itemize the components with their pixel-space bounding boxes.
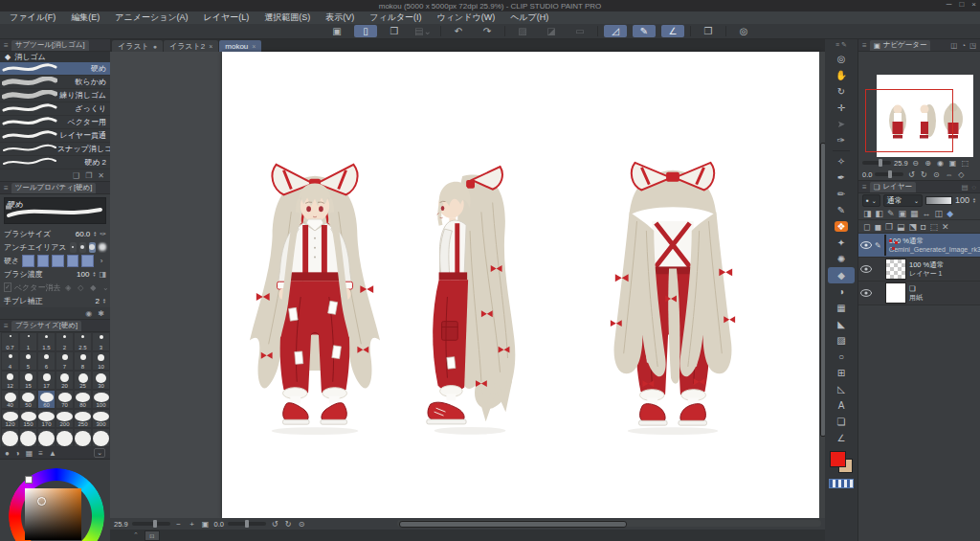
clip-to-layer-icon[interactable]: ◨	[863, 209, 872, 218]
frame-tool[interactable]: ⊞	[828, 365, 855, 381]
layer-name[interactable]: レイヤー 1	[909, 269, 944, 278]
reset-rotation-button[interactable]: ⊙	[297, 520, 306, 529]
layer-property-tab-icon[interactable]: ▤	[961, 183, 968, 192]
hardness-step[interactable]	[81, 255, 94, 267]
menu-item[interactable]: 表示(V)	[325, 11, 354, 24]
brush-size-cell[interactable]: 1.5	[37, 332, 56, 351]
layer-thumbnail[interactable]	[884, 235, 886, 256]
deselect-button[interactable]: ▨	[511, 25, 534, 37]
subview-tab-icon[interactable]: ◫	[950, 41, 957, 50]
navigator-rotation-slider[interactable]	[875, 172, 903, 176]
navigator-zoom-slider[interactable]	[862, 161, 891, 165]
brush-size-cell[interactable]: 3	[92, 332, 110, 351]
close-button[interactable]: ×	[971, 0, 976, 9]
horizontal-scrollbar[interactable]	[397, 520, 821, 527]
rotate-reset-button[interactable]: ◎	[732, 25, 755, 37]
rotate-left-icon[interactable]: ↺	[906, 170, 916, 179]
main-color-swatch[interactable]	[830, 451, 846, 467]
navigator-preview-area[interactable]	[858, 52, 980, 157]
sparkle-tool[interactable]: ✦	[828, 235, 855, 251]
spinner[interactable]: ▲▼	[93, 231, 97, 237]
snap-grid-button[interactable]: ∠	[661, 25, 684, 37]
layer-thumbnail[interactable]	[885, 259, 906, 280]
hue-marker[interactable]	[25, 476, 33, 484]
gradient-tool[interactable]: ▨	[828, 332, 855, 349]
toolbar-button[interactable]	[440, 26, 441, 36]
brush-size-cell[interactable]: 2	[56, 332, 74, 351]
clip-studio-button[interactable]: ▣	[325, 25, 348, 37]
brush-size-cell[interactable]: 150	[19, 409, 37, 428]
delete-layer-icon[interactable]: ✕	[942, 222, 949, 232]
quick-access-tab-icon[interactable]: ◔	[961, 41, 966, 50]
transfer-layer-icon[interactable]: ⬓	[897, 222, 905, 232]
antialias-weak-button[interactable]	[79, 242, 86, 253]
set-ruler-icon[interactable]: ▦	[910, 209, 919, 218]
subtool-item[interactable]: 軟らかめ	[0, 76, 110, 89]
layer-visible-icon[interactable]	[860, 265, 872, 273]
brush-size-cell[interactable]: 30	[92, 371, 110, 390]
reference-button[interactable]: ❐	[697, 25, 720, 37]
menu-item[interactable]: アニメーション(A)	[115, 11, 188, 24]
brush-preview[interactable]: 硬め	[4, 197, 106, 224]
color-mixer-tab-icon[interactable]: ▲	[49, 449, 56, 458]
minimize-button[interactable]: ─	[947, 0, 952, 9]
antialias-middle-button[interactable]	[89, 242, 96, 253]
brush-size-cell[interactable]: 17	[37, 371, 56, 390]
invert-selection-button[interactable]: ◪	[540, 25, 563, 37]
collapse-chevron-icon[interactable]: ⌃	[133, 531, 139, 539]
brush-size-cell[interactable]	[19, 428, 37, 447]
zoom-in-icon[interactable]: ⊕	[924, 159, 933, 168]
rotate-left-button[interactable]: ↺	[270, 520, 279, 529]
menu-item[interactable]: 選択範囲(S)	[264, 11, 310, 24]
new-vector-layer-icon[interactable]: ◼	[874, 222, 880, 232]
blend-mode-select[interactable]: 通常 ⌄	[883, 194, 923, 207]
menu-item[interactable]: 編集(E)	[71, 11, 100, 24]
brush-size-row[interactable]: ブラシサイズ 60.0 ▲▼ ✑	[0, 227, 110, 240]
sv-cursor[interactable]	[37, 497, 46, 506]
reset-settings-icon[interactable]: ◉	[85, 309, 92, 318]
redo-button[interactable]: ↷	[476, 25, 499, 37]
hardness-step[interactable]	[37, 255, 50, 267]
airbrush-tool[interactable]: ✺	[828, 251, 855, 267]
brush-size-cell[interactable]	[92, 428, 110, 447]
subtool-item[interactable]: 硬め	[0, 62, 110, 76]
panel-menu-icon[interactable]: ≡	[4, 322, 9, 330]
add-subtool-icon[interactable]: ❑	[73, 171, 79, 180]
decoration-tool[interactable]: ❖	[828, 218, 855, 235]
menu-item[interactable]: ヘルプ(H)	[510, 11, 548, 24]
tab-close-icon[interactable]: ×	[209, 43, 212, 50]
panel-menu-icon[interactable]: ≡	[4, 41, 9, 50]
fit-screen-button[interactable]: ▣	[201, 520, 211, 529]
opacity-value[interactable]: 100	[955, 195, 969, 205]
brush-size-cell[interactable]: 2.5	[74, 332, 92, 351]
brush-size-cell[interactable]: 120	[1, 409, 19, 428]
vector-erase-checkbox[interactable]: ✓	[4, 282, 11, 292]
line-correct-tool[interactable]: ∠	[828, 430, 855, 446]
document-tab[interactable]: イラスト ●	[112, 40, 163, 52]
brush-size-cell[interactable]: 6	[37, 351, 56, 371]
hardness-step[interactable]	[52, 255, 64, 267]
panel-menu-icon[interactable]: ≡	[862, 183, 867, 192]
eyedropper-tool[interactable]: ✑	[828, 132, 855, 148]
tab-close-icon[interactable]: ●	[153, 43, 157, 50]
layer-color-button[interactable]: ▪⌄	[862, 194, 880, 207]
pen-pressure-icon[interactable]: ✑	[100, 230, 106, 238]
brush-size-cell[interactable]: 8	[74, 351, 92, 371]
pencil-tool[interactable]: ✏	[828, 186, 855, 202]
search-layer-tab-icon[interactable]: ◌	[972, 183, 976, 192]
flip-horizontal-icon[interactable]: ⇔	[944, 170, 953, 179]
eraser-group-header[interactable]: ◆ 消しゴム	[0, 52, 110, 62]
ruler-tool[interactable]: ◺	[828, 381, 855, 397]
document-tab[interactable]: イラスト2 ×	[164, 40, 218, 52]
flip-vertical-icon[interactable]: ◇	[956, 170, 966, 179]
eraser-tool[interactable]: ◆	[828, 267, 855, 283]
brush-size-cell[interactable]: 60	[37, 390, 56, 409]
subtool-item[interactable]: ベクター用	[0, 116, 110, 129]
antialias-strong-button[interactable]	[99, 242, 106, 253]
brush-size-cell[interactable]	[1, 428, 19, 447]
brush-size-cell[interactable]: 1	[19, 332, 37, 351]
hand-tool[interactable]: ✋	[828, 67, 855, 83]
chevron-right-icon[interactable]: ›	[97, 257, 106, 265]
actual-size-icon[interactable]: ◉	[936, 159, 946, 168]
delete-subtool-icon[interactable]: ✕	[98, 171, 104, 180]
